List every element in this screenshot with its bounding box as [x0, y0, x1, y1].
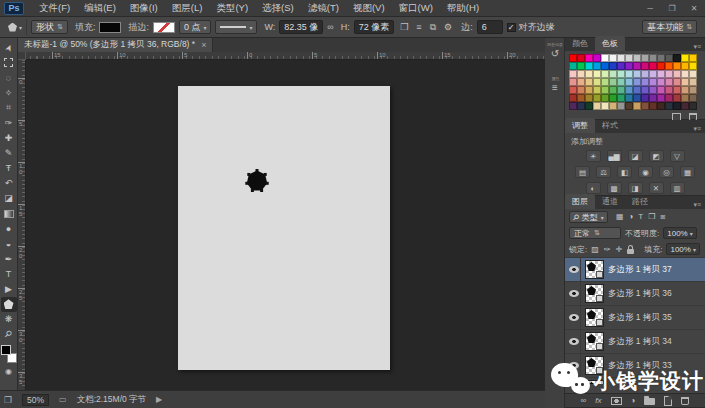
swatch-6-2[interactable] [585, 102, 593, 110]
tab-color[interactable]: 颜色 [565, 36, 595, 51]
swatch-6-12[interactable] [665, 102, 673, 110]
link-layers-icon[interactable]: ∞ [581, 396, 587, 405]
curves-icon[interactable]: ◪ [628, 150, 643, 162]
swatch-4-13[interactable] [673, 86, 681, 94]
swatch-2-10[interactable] [649, 70, 657, 78]
eyedropper-tool[interactable]: ✑ [1, 115, 17, 130]
swatch-0-11[interactable] [657, 54, 665, 62]
swatch-0-9[interactable] [641, 54, 649, 62]
swatch-5-5[interactable] [609, 94, 617, 102]
blur-tool[interactable]: ● [1, 221, 17, 236]
align-edges-checkbox[interactable]: ✓ 对齐边缘 [507, 21, 555, 34]
pen-tool[interactable]: ✒ [1, 251, 17, 266]
swatch-3-3[interactable] [593, 78, 601, 86]
swatch-1-1[interactable] [577, 62, 585, 70]
hand-tool[interactable]: ❋ [1, 312, 17, 327]
menu-item-9[interactable]: 帮助(H) [440, 2, 486, 15]
swatch-3-8[interactable] [633, 78, 641, 86]
swatch-2-12[interactable] [665, 70, 673, 78]
tool-mode-select[interactable]: 形状 ⇅ [31, 20, 68, 34]
swatch-5-8[interactable] [633, 94, 641, 102]
menu-item-0[interactable]: 文件(F) [32, 2, 77, 15]
spot-healing-brush-tool[interactable]: ✚ [1, 131, 17, 146]
swatch-3-15[interactable] [689, 78, 697, 86]
swatch-1-0[interactable] [569, 62, 577, 70]
visibility-toggle[interactable] [567, 282, 581, 305]
swatch-3-13[interactable] [673, 78, 681, 86]
exposure-icon[interactable]: ◩ [649, 150, 664, 162]
swatch-2-0[interactable] [569, 70, 577, 78]
swatch-4-5[interactable] [609, 86, 617, 94]
panel-menu-icon[interactable]: ▾≡ [693, 43, 705, 51]
path-arrange-icon[interactable]: ⧉ [428, 22, 438, 33]
swatch-3-4[interactable] [601, 78, 609, 86]
swatch-5-9[interactable] [641, 94, 649, 102]
swatch-4-8[interactable] [633, 86, 641, 94]
swatch-1-2[interactable] [585, 62, 593, 70]
path-alignment-icon[interactable]: ≡ [414, 22, 423, 32]
swatch-4-4[interactable] [601, 86, 609, 94]
swatch-2-7[interactable] [625, 70, 633, 78]
adjustment-filter-icon[interactable]: ◑ [628, 212, 633, 222]
swatch-2-13[interactable] [673, 70, 681, 78]
tab-swatches[interactable]: 色板 [595, 36, 625, 51]
swatch-5-1[interactable] [577, 94, 585, 102]
polygon-shape[interactable] [242, 166, 272, 196]
new-layer-icon[interactable] [664, 396, 672, 406]
history-panel-button[interactable]: 历史记录↺ [545, 42, 565, 76]
stroke-swatch[interactable] [153, 22, 175, 33]
swatch-0-1[interactable] [577, 54, 585, 62]
swatch-5-2[interactable] [585, 94, 593, 102]
swatch-0-7[interactable] [625, 54, 633, 62]
document-tab[interactable]: 未标题-1 @ 50% (多边形 1 拷贝 36, RGB/8) * × [18, 38, 213, 52]
path-operations-icon[interactable]: ❒ [398, 22, 410, 32]
swatch-1-15[interactable] [689, 62, 697, 70]
delete-layer-icon[interactable] [681, 397, 689, 405]
selective-color-icon[interactable]: ✕ [649, 182, 664, 194]
swatch-1-9[interactable] [641, 62, 649, 70]
swatch-1-4[interactable] [601, 62, 609, 70]
screen-mode-icon[interactable]: ❐ [4, 395, 12, 405]
layer-thumbnail[interactable] [585, 260, 604, 279]
lock-transparency-icon[interactable]: ▨ [591, 245, 599, 254]
swatch-1-3[interactable] [593, 62, 601, 70]
swatch-4-3[interactable] [593, 86, 601, 94]
swatch-3-12[interactable] [665, 78, 673, 86]
swatch-4-12[interactable] [665, 86, 673, 94]
swatch-4-6[interactable] [617, 86, 625, 94]
gradient-tool[interactable] [1, 206, 17, 221]
polygon-tool[interactable] [1, 297, 17, 312]
gear-icon[interactable]: ⚙ [442, 22, 454, 32]
swatch-0-10[interactable] [649, 54, 657, 62]
swatch-5-7[interactable] [625, 94, 633, 102]
menu-item-2[interactable]: 图像(I) [123, 2, 165, 15]
layer-thumbnail[interactable] [585, 308, 604, 327]
swatch-3-14[interactable] [681, 78, 689, 86]
brush-tool[interactable]: ✎ [1, 146, 17, 161]
dodge-tool[interactable]: ◒ [1, 236, 17, 251]
swatch-6-5[interactable] [609, 102, 617, 110]
swatch-1-7[interactable] [625, 62, 633, 70]
new-group-icon[interactable] [644, 398, 655, 405]
layer-row[interactable]: 多边形 1 拷贝 37 [565, 258, 705, 282]
invert-icon[interactable]: ◐ [586, 182, 601, 194]
swatch-4-11[interactable] [657, 86, 665, 94]
panel-menu-icon[interactable]: ▾≡ [693, 125, 705, 133]
tab-styles[interactable]: 样式 [595, 118, 625, 133]
menu-item-7[interactable]: 视图(V) [346, 2, 392, 15]
swatch-0-0[interactable] [569, 54, 577, 62]
levels-icon[interactable]: ▄▆ [607, 150, 622, 162]
sides-input[interactable]: 6 [477, 20, 503, 34]
tab-channels[interactable]: 通道 [595, 194, 625, 209]
channel-mixer-icon[interactable]: ◎ [659, 166, 674, 178]
swatch-2-14[interactable] [681, 70, 689, 78]
layer-thumbnail[interactable] [585, 380, 604, 384]
tab-layers[interactable]: 图层 [565, 194, 595, 209]
visibility-toggle[interactable] [567, 306, 581, 329]
layer-row[interactable]: 多边形 1 拷贝 34 [565, 330, 705, 354]
swatch-2-11[interactable] [657, 70, 665, 78]
new-adjustment-icon[interactable]: ◑ [631, 396, 636, 405]
menu-item-8[interactable]: 窗口(W) [392, 2, 440, 15]
swatch-5-12[interactable] [665, 94, 673, 102]
lock-pixels-icon[interactable]: ✑ [604, 245, 611, 254]
